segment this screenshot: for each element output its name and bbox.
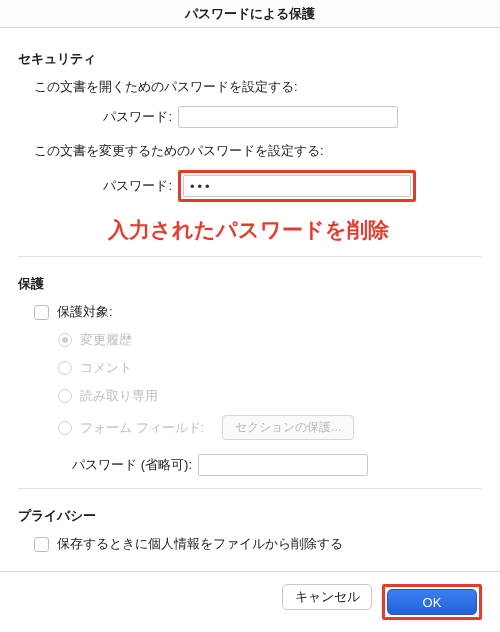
dialog-content: セキュリティ この文書を開くためのパスワードを設定する: パスワード: この文書… xyxy=(0,28,500,553)
privacy-remove-info-checkbox[interactable] xyxy=(34,537,49,552)
open-password-input[interactable] xyxy=(178,106,398,128)
modify-password-description: この文書を変更するためのパスワードを設定する: xyxy=(34,142,482,160)
privacy-remove-info-label: 保存するときに個人情報をファイルから削除する xyxy=(57,535,343,553)
modify-password-label: パスワード: xyxy=(18,177,178,195)
protection-section-title: 保護 xyxy=(18,275,482,293)
annotation-text: 入力されたパスワードを削除 xyxy=(108,216,482,244)
modify-password-highlight xyxy=(178,170,416,202)
ok-button[interactable]: OK xyxy=(387,589,477,615)
radio-icon xyxy=(58,421,72,435)
dialog-footer: キャンセル OK xyxy=(0,571,500,632)
radio-readonly: 読み取り専用 xyxy=(58,387,482,405)
divider xyxy=(18,256,482,257)
divider xyxy=(18,488,482,489)
password-optional-input xyxy=(198,454,368,476)
protect-sections-button: セクションの保護... xyxy=(222,415,354,440)
dialog-title: パスワードによる保護 xyxy=(0,0,500,28)
protect-target-label: 保護対象: xyxy=(57,303,113,321)
open-password-label: パスワード: xyxy=(18,108,178,126)
security-section-title: セキュリティ xyxy=(18,50,482,68)
radio-forms: フォーム フィールド: セクションの保護... xyxy=(58,415,482,440)
modify-password-input[interactable] xyxy=(183,175,411,197)
radio-icon xyxy=(58,361,72,375)
radio-comments: コメント xyxy=(58,359,482,377)
password-optional-label: パスワード (省略可): xyxy=(18,456,198,474)
open-password-description: この文書を開くためのパスワードを設定する: xyxy=(34,78,482,96)
protect-radio-group: 変更履歴 コメント 読み取り専用 フォーム フィールド: セクションの保護... xyxy=(18,331,482,440)
ok-button-highlight: OK xyxy=(382,584,482,620)
protect-target-checkbox[interactable] xyxy=(34,305,49,320)
radio-changes: 変更履歴 xyxy=(58,331,482,349)
radio-icon xyxy=(58,333,72,347)
radio-icon xyxy=(58,389,72,403)
privacy-section-title: プライバシー xyxy=(18,507,482,525)
cancel-button[interactable]: キャンセル xyxy=(282,584,372,610)
